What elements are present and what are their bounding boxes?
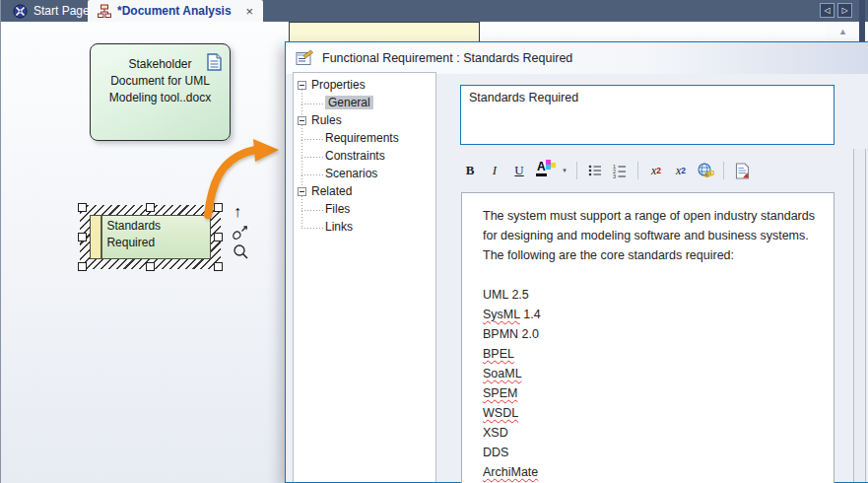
notes-blank-line <box>483 265 834 285</box>
italic-icon: I <box>493 163 497 178</box>
tab-document-analysis-label: *Document Analysis <box>117 4 232 18</box>
bullet-list-icon <box>587 163 603 178</box>
tab-start-page-label: Start Page <box>33 4 90 18</box>
tree-line <box>301 104 323 104</box>
nav-back-button[interactable]: ◁ <box>820 3 835 18</box>
properties-dialog: Functional Requirement : Standards Requi… <box>285 41 868 483</box>
requirement-label: Standards Required <box>102 216 210 258</box>
tree-line <box>301 174 323 175</box>
italic-button[interactable]: I <box>483 159 506 182</box>
stakeholder-document-element[interactable]: Stakeholder Document for UML Modeling to… <box>90 43 231 141</box>
notes-item: XSD <box>483 423 834 443</box>
resize-handle[interactable] <box>214 233 223 242</box>
notes-scrollbar[interactable] <box>853 149 866 482</box>
tab-bar: Start Page *Document Analysis × ◁ ▷ <box>1 0 868 22</box>
application-window: Start Page *Document Analysis × ◁ ▷ ▲ St… <box>0 0 868 483</box>
nav-forward-button[interactable]: ▷ <box>837 3 852 18</box>
numbered-list-button[interactable]: 1 2 3 <box>608 159 632 182</box>
hyperlink-button[interactable] <box>694 159 717 182</box>
toolbar-separator <box>637 162 638 179</box>
notes-item: ArchiMate <box>483 462 834 482</box>
document-icon <box>207 53 222 71</box>
collapse-icon[interactable] <box>298 116 306 125</box>
font-color-dropdown[interactable]: ▾ <box>559 159 570 182</box>
window-edge-strip <box>859 0 865 43</box>
notes-item: DDS <box>483 443 834 462</box>
canvas-scrollbar-up[interactable]: ▲ <box>827 22 859 41</box>
requirement-stereotype-strip <box>91 216 102 258</box>
quicklink-icon[interactable] <box>232 226 248 242</box>
toolbar-separator <box>723 162 724 179</box>
notes-item: SysML 1.4 <box>483 305 834 324</box>
notes-paragraph: The system must support a range of open … <box>483 206 830 265</box>
hyperlink-globe-icon <box>698 163 714 178</box>
resize-handle[interactable] <box>78 233 87 242</box>
font-color-button[interactable]: A <box>532 159 558 182</box>
numbered-list-icon: 1 2 3 <box>612 163 628 178</box>
underline-icon: U <box>514 163 523 178</box>
tab-document-analysis[interactable]: *Document Analysis × <box>88 0 263 22</box>
insert-document-button[interactable] <box>730 159 754 182</box>
notes-item: BPMN 2.0 <box>483 324 834 344</box>
tree-line <box>301 210 323 211</box>
notes-item: SPEM <box>483 383 834 403</box>
tree-line <box>301 90 302 228</box>
resize-handle[interactable] <box>146 262 155 271</box>
insert-document-icon <box>735 163 750 179</box>
notes-item: WSDL <box>483 403 834 423</box>
scroll-up-icon: ▲ <box>838 27 847 36</box>
toolbar-separator <box>576 162 577 179</box>
tree-line <box>301 139 323 140</box>
notes-item: SoaML <box>483 364 834 383</box>
tree-line <box>301 228 323 229</box>
collapse-icon[interactable] <box>298 187 306 196</box>
collapse-icon[interactable] <box>298 81 306 90</box>
nav-back-icon: ◁ <box>824 6 830 15</box>
tab-start-page[interactable]: Start Page <box>5 0 98 22</box>
dialog-title-bar[interactable]: Functional Requirement : Standards Requi… <box>286 42 868 74</box>
name-field[interactable]: Standards Required <box>460 85 835 145</box>
zoom-icon[interactable] <box>233 243 249 260</box>
notes-item: BPEL <box>483 344 834 364</box>
properties-dialog-icon <box>296 49 313 67</box>
resize-handle[interactable] <box>214 262 223 271</box>
nav-forward-icon: ▷ <box>841 6 847 15</box>
requirement-element[interactable]: Standards Required <box>90 215 211 259</box>
notes-item: UML 2.5 <box>483 285 834 305</box>
dialog-tree-panel: Properties General Rules Requirements Co… <box>293 72 436 482</box>
start-page-icon <box>13 4 28 19</box>
note-element-partial[interactable] <box>289 22 480 41</box>
close-tab-icon[interactable]: × <box>246 5 254 18</box>
subscript-button[interactable]: x2 <box>669 159 693 182</box>
diagram-tab-icon <box>98 4 111 18</box>
callout-arrow <box>190 134 289 221</box>
bold-icon: B <box>466 163 475 178</box>
palette-swatch <box>546 165 551 170</box>
palette-swatch <box>551 163 556 168</box>
resize-handle[interactable] <box>146 203 155 212</box>
underline-button[interactable]: U <box>507 159 531 182</box>
resize-handle[interactable] <box>78 203 87 212</box>
superscript-button[interactable]: x2 <box>644 159 668 182</box>
svg-text:3: 3 <box>613 173 616 178</box>
bold-button[interactable]: B <box>458 159 482 182</box>
resize-handle[interactable] <box>78 262 87 271</box>
rtf-toolbar: B I U A ▾ <box>458 156 754 185</box>
tree-line <box>301 157 323 158</box>
notes-editor[interactable]: The system must support a range of open … <box>461 192 835 483</box>
dialog-title: Functional Requirement : Standards Requi… <box>322 51 572 65</box>
bullet-list-button[interactable] <box>583 159 607 182</box>
